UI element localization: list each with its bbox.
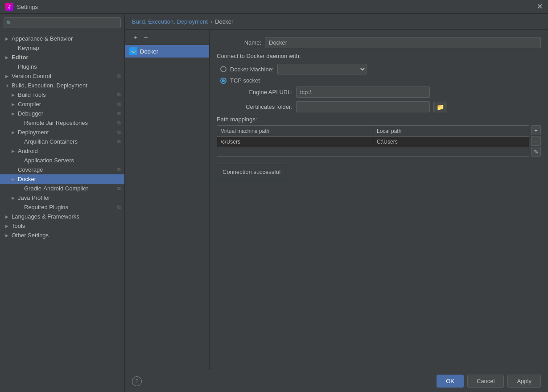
sidebar-item-build-execution[interactable]: ▼ Build, Execution, Deployment	[0, 81, 124, 90]
sidebar-item-label: Editor	[12, 54, 121, 61]
sidebar-item-version-control[interactable]: ▶ Version Control ⧉	[0, 71, 124, 81]
title-bar-left: J Settings	[5, 3, 38, 11]
bottom-bar: ? OK Cancel Apply	[125, 370, 548, 392]
arrow-icon: ▶	[5, 55, 12, 60]
help-button[interactable]: ?	[132, 376, 142, 386]
sidebar-item-debugger[interactable]: ▶ Debugger ⧉	[0, 109, 124, 118]
add-button[interactable]: +	[132, 33, 140, 42]
sidebar-item-label: Deployment	[18, 129, 115, 136]
folder-browse-button[interactable]: 📁	[433, 102, 447, 112]
sidebar-item-deployment[interactable]: ▶ Deployment ⧉	[0, 128, 124, 137]
sidebar-item-docker[interactable]: ▶ Docker	[0, 174, 124, 184]
name-row: Name:	[217, 37, 541, 48]
sidebar-item-label: Appearance & Behavior	[12, 35, 121, 42]
copy-icon: ⧉	[117, 101, 121, 107]
local-path-cell: C:\Users	[373, 137, 529, 147]
connection-status-text: Connection successful	[222, 169, 280, 175]
arrow-icon: ▶	[12, 196, 18, 200]
docker-list-pane: + − 🐳 Docker	[125, 30, 210, 370]
sidebar-item-app-servers[interactable]: Application Servers	[0, 156, 124, 165]
main-container: ▶ Appearance & Behavior Keymap ▶ Editor …	[0, 14, 548, 392]
arrow-icon: ▶	[12, 130, 18, 135]
path-mappings-label: Path mappings:	[217, 116, 541, 123]
arrow-icon: ▶	[5, 215, 12, 219]
path-remove-button[interactable]: −	[531, 136, 541, 146]
sidebar-item-build-tools[interactable]: ▶ Build Tools ⧉	[0, 90, 124, 99]
copy-icon: ⧉	[117, 204, 121, 210]
breadcrumb-parent[interactable]: Build, Execution, Deployment	[132, 18, 208, 25]
path-table-row[interactable]: /c/Users C:\Users	[217, 137, 529, 147]
sidebar-item-gradle-android[interactable]: Gradle-Android Compiler ⧉	[0, 184, 124, 193]
engine-api-label: Engine API URL:	[235, 89, 293, 95]
sidebar-item-languages[interactable]: ▶ Languages & Frameworks	[0, 212, 124, 221]
app-icon: J	[5, 3, 13, 11]
copy-icon: ⧉	[117, 186, 121, 191]
sidebar-item-java-profiler[interactable]: ▶ Java Profiler	[0, 193, 124, 202]
sidebar-item-tools[interactable]: ▶ Tools	[0, 221, 124, 231]
copy-icon: ⧉	[117, 120, 121, 126]
sidebar-item-label: Android	[18, 148, 121, 154]
sidebar-item-label: Remote Jar Repositories	[24, 120, 115, 126]
path-mappings-section: Path mappings: Virtual machine path Loca…	[217, 116, 541, 157]
sidebar-item-label: Other Settings	[12, 232, 121, 239]
docker-icon: 🐳	[129, 47, 137, 55]
copy-icon: ⧉	[117, 111, 121, 116]
sidebar-item-label: Languages & Frameworks	[12, 213, 121, 220]
docker-toolbar: + −	[125, 30, 209, 45]
certificates-input[interactable]	[296, 101, 430, 112]
certificates-row: Certificates folder: 📁	[217, 101, 541, 112]
docker-machine-row: Docker Machine:	[217, 64, 541, 74]
docker-list-item[interactable]: 🐳 Docker	[125, 45, 209, 58]
copy-icon: ⧉	[117, 129, 121, 135]
sidebar-item-android[interactable]: ▶ Android	[0, 146, 124, 156]
sidebar-item-required-plugins[interactable]: Required Plugins ⧉	[0, 202, 124, 212]
sidebar-item-label: Debugger	[18, 110, 115, 117]
sidebar-item-remote-jar[interactable]: Remote Jar Repositories ⧉	[0, 118, 124, 128]
sidebar-item-appearance[interactable]: ▶ Appearance & Behavior	[0, 34, 124, 43]
docker-item-name: Docker	[140, 48, 158, 55]
sidebar-item-other-settings[interactable]: ▶ Other Settings	[0, 231, 124, 240]
close-button[interactable]: ✕	[537, 3, 543, 10]
sidebar-item-label: Plugins	[18, 63, 121, 70]
sidebar-item-editor[interactable]: ▶ Editor	[0, 53, 124, 62]
arrow-icon: ▶	[5, 233, 12, 238]
remove-button[interactable]: −	[142, 33, 150, 42]
name-input[interactable]	[265, 37, 541, 48]
split-pane: + − 🐳 Docker Name: Connect to Docker dae…	[125, 30, 548, 370]
local-path-col-header: Local path	[373, 126, 529, 136]
engine-api-input[interactable]	[296, 87, 430, 98]
window-title: Settings	[17, 4, 38, 10]
tcp-socket-radio[interactable]	[220, 78, 227, 84]
ok-button[interactable]: OK	[437, 375, 464, 388]
arrow-icon: ▶	[12, 149, 18, 153]
apply-button[interactable]: Apply	[507, 375, 541, 388]
sidebar-item-plugins[interactable]: Plugins	[0, 62, 124, 71]
connect-section-title: Connect to Docker daemon with:	[217, 53, 541, 59]
sidebar-item-label: Keymap	[18, 45, 121, 51]
certificates-label: Certificates folder:	[235, 103, 293, 110]
vm-path-cell: /c/Users	[217, 137, 373, 147]
arrow-icon: ▼	[5, 83, 12, 88]
settings-form: Name: Connect to Docker daemon with: Doc…	[210, 30, 548, 370]
sidebar-item-arquillian[interactable]: Arquillian Containers ⧉	[0, 137, 124, 146]
cancel-button[interactable]: Cancel	[467, 375, 504, 388]
sidebar-item-keymap[interactable]: Keymap	[0, 43, 124, 53]
arrow-icon: ▶	[5, 74, 12, 78]
sidebar-item-compiler[interactable]: ▶ Compiler ⧉	[0, 99, 124, 109]
copy-icon: ⧉	[117, 167, 121, 173]
docker-machine-select[interactable]	[277, 64, 367, 74]
sidebar-item-label: Version Control	[12, 73, 115, 79]
path-add-button[interactable]: +	[531, 125, 541, 135]
docker-machine-radio[interactable]	[220, 66, 227, 72]
vm-path-col-header: Virtual machine path	[217, 126, 373, 136]
name-label: Name:	[217, 39, 261, 46]
content-area: Build, Execution, Deployment › Docker + …	[125, 14, 548, 392]
copy-icon: ⧉	[117, 139, 121, 144]
path-edit-button[interactable]: ✎	[531, 147, 541, 157]
title-bar: J Settings ✕	[0, 0, 548, 14]
sidebar-item-coverage[interactable]: Coverage ⧉	[0, 165, 124, 174]
sidebar-item-label: Required Plugins	[24, 204, 115, 210]
sidebar: ▶ Appearance & Behavior Keymap ▶ Editor …	[0, 14, 125, 392]
search-input[interactable]	[4, 17, 121, 28]
sidebar-item-label: Java Profiler	[18, 194, 121, 201]
